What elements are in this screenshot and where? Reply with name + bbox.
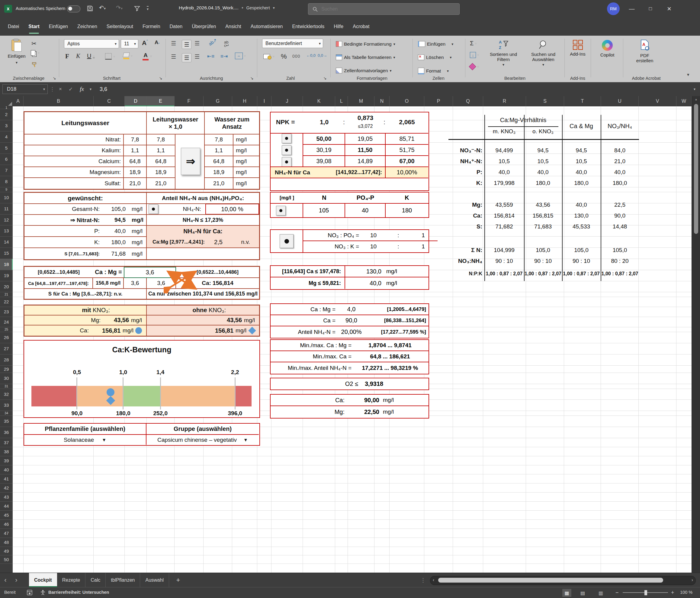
column-header-E[interactable]: E [147, 96, 175, 106]
conditional-formatting-button[interactable]: Bedingte Formatierung▾ [336, 41, 395, 47]
row-header-33[interactable]: 33 [0, 400, 13, 411]
verh-value[interactable]: 40,0 [524, 167, 562, 178]
row-header-4[interactable]: 4 [0, 131, 13, 143]
confirm-entry-icon[interactable]: ✓ [67, 84, 75, 94]
camg-result-row[interactable]: Ca:90,00mg/l [271, 394, 428, 406]
cell[interactable]: 21,0 [147, 178, 175, 189]
find-select-button[interactable]: Suchen und Auswählen▾ [525, 39, 561, 67]
zoom-level[interactable]: 100 % [680, 590, 693, 595]
cancel-entry-icon[interactable]: × [56, 84, 65, 94]
cell[interactable]: mg/l [129, 204, 147, 215]
npk-radio-p[interactable] [282, 145, 292, 155]
autosave-toggle[interactable] [67, 5, 80, 13]
menu-tab-formeln[interactable]: Formeln [143, 18, 160, 35]
mgl-value[interactable]: 105 [303, 204, 345, 217]
menu-tab-seitenlayout[interactable]: Seitenlayout [107, 18, 133, 35]
cell[interactable]: 1,1 [147, 145, 175, 156]
row-header-12[interactable]: 12 [0, 215, 13, 225]
row-header-44[interactable]: 44 [0, 502, 13, 511]
anteil-nh4-header[interactable]: Anteil NH₄-N aus (NH₄)H₂PO₄: [147, 193, 259, 204]
save-icon[interactable] [86, 5, 94, 12]
accessibility-status[interactable]: Barrierefreiheit: Untersuchen [48, 590, 109, 595]
column-header-U[interactable]: U [601, 96, 639, 106]
row-header-7[interactable]: 7 [0, 165, 13, 176]
fill-icon[interactable]: ↓▾ [470, 52, 479, 58]
ca-value-156[interactable]: 156,8 mg/l [93, 278, 124, 289]
sheet-tab-calc[interactable]: Calc [85, 573, 106, 588]
clear-icon[interactable]: ▾ [470, 64, 479, 69]
npk-nh4-row[interactable]: NH₄-N für Ca [141,922...177,42]: [271, 167, 385, 178]
row-header-41[interactable]: 41 [0, 474, 13, 483]
percent-format-icon[interactable]: % [281, 53, 287, 61]
close-button[interactable]: × [661, 0, 677, 18]
vertical-scrollbar[interactable]: ▴ [692, 96, 700, 573]
insert-function-icon[interactable]: fx [77, 84, 87, 94]
row-header-19[interactable]: 19 [0, 270, 13, 281]
vertical-scroll-thumb[interactable] [694, 104, 698, 234]
number-format-select[interactable]: Benutzerdefiniert▾ [262, 39, 323, 48]
font-color-icon[interactable]: A▾ [143, 52, 152, 61]
nh4-fuer-ca-block[interactable]: NH₄-N für Ca: Ca:Mg [2,977...4,241]: 2,5… [147, 226, 259, 248]
row-header-49[interactable]: 49 [0, 547, 13, 555]
cell[interactable]: 7,8 [205, 135, 233, 145]
row-header-32[interactable]: 32 [0, 389, 13, 400]
gewuenscht-header[interactable]: gewünscht: [24, 193, 147, 204]
menu-tab-überprüfen[interactable]: Überprüfen [192, 18, 216, 35]
formula-bar-grip[interactable]: ⋮ [51, 84, 54, 94]
cell[interactable]: Sulfat: [24, 178, 124, 189]
npk-header[interactable]: NPK = 1,0 : 0,873 ≤3,072 : 2,065 [271, 113, 428, 134]
cell[interactable]: 1,1 [205, 145, 233, 156]
cell[interactable]: S [7,01...71,683]: [24, 248, 101, 259]
verh-value[interactable]: 90,0 [601, 210, 639, 221]
increase-indent-icon[interactable]: ≡⇥ [221, 53, 228, 59]
row-header-37[interactable]: 37 [0, 438, 13, 447]
cell[interactable]: Kalium: [24, 145, 124, 156]
column-header-Q[interactable]: Q [453, 96, 483, 106]
cell[interactable]: 64,8 [147, 156, 175, 167]
menu-tab-ansicht[interactable]: Ansicht [225, 18, 241, 35]
verh-value[interactable]: 1,00 : 0,87 : 2,07 [484, 268, 524, 279]
orientation-icon[interactable]: ab↗ [207, 37, 218, 47]
verh-value[interactable]: 1,00 : 0,87 : 2,07 [524, 268, 562, 279]
row-header-8[interactable]: 8 [0, 176, 13, 187]
row-header-45[interactable]: 45 [0, 511, 13, 520]
column-header-B[interactable]: B [24, 96, 94, 106]
cell[interactable]: 40,0 [101, 226, 129, 237]
pflanzenfamilie-select[interactable]: Solanaceae▼ [24, 435, 147, 445]
column-header-K[interactable]: K [303, 96, 335, 106]
row-header-46[interactable]: 46 [0, 520, 13, 529]
zoom-slider-thumb[interactable] [645, 590, 647, 595]
cell[interactable]: 7,8 [124, 135, 147, 145]
verh-value[interactable]: 90 : 10 [484, 256, 524, 266]
normal-view-icon[interactable]: ▦ [562, 589, 571, 597]
tabbar-grip[interactable]: ⋮ [420, 577, 426, 583]
cell[interactable]: mg/l [233, 167, 259, 178]
dropdown-caret-icon[interactable]: ▼ [102, 437, 106, 442]
cell[interactable]: mg/l [129, 237, 147, 248]
sheet-nav-prev-icon[interactable]: ‹ [0, 576, 11, 584]
mgl-radio-button[interactable] [276, 206, 286, 215]
column-header-N[interactable]: N [374, 96, 390, 106]
font-dialog-launcher[interactable]: ↘ [158, 76, 163, 80]
cell[interactable]: ⇒ Nitrat-N: [24, 215, 101, 226]
verh-value[interactable]: 156,814 [484, 210, 524, 221]
row-header-25[interactable]: 25 [0, 327, 13, 332]
bold-icon[interactable]: F [65, 53, 69, 60]
camg-target-row[interactable]: Ca =90,0[86,338...151,264] [271, 315, 428, 326]
verh-value[interactable]: 1,00 : 0,87 : 2,07 [601, 268, 639, 279]
camg-result-row[interactable]: Mg:22,50mg/l [271, 406, 428, 417]
delete-cells-button[interactable]: ×Löschen▾ [418, 54, 452, 60]
align-dialog-launcher[interactable]: ↘ [249, 76, 254, 80]
row-header-38[interactable]: 38 [0, 447, 13, 456]
wasser-zum-ansatz-header[interactable]: Wasser zumAnsatz [205, 112, 259, 135]
camg-value-d19[interactable]: 3,6 [124, 278, 147, 289]
npk-value[interactable]: 39,08 [303, 156, 345, 167]
cell[interactable]: Calcium: [24, 156, 124, 167]
verh-value[interactable]: 94,499 [484, 145, 524, 156]
npk-nh4-value[interactable]: 10,00% [385, 167, 428, 178]
kno3-right-row[interactable]: 156,81mg/l [147, 326, 259, 336]
align-left-icon[interactable]: ☰ [171, 53, 176, 60]
npk-value[interactable]: 85,71 [385, 134, 428, 145]
limit-row[interactable]: Mg ≤ 59,821:40,0mg/l [271, 278, 428, 289]
cut-icon[interactable]: ✂ [31, 40, 36, 47]
